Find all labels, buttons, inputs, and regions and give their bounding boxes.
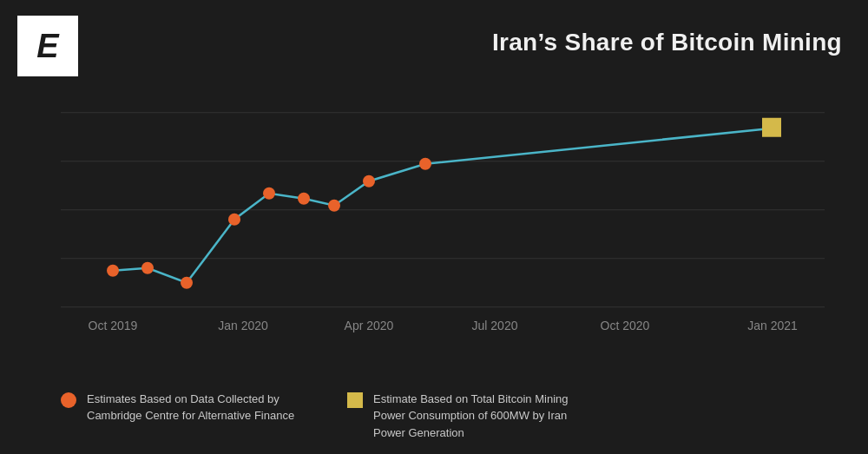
final-data-point	[762, 118, 781, 137]
legend-label-2: Estimate Based on Total Bitcoin Mining P…	[373, 391, 582, 442]
data-point	[419, 158, 431, 170]
chart-area: 5% 4% 3% 2% 1% Oct 2019 Jan 2020 Apr 202…	[0, 85, 868, 384]
data-point	[181, 277, 193, 289]
legend-item-1: Estimates Based on Data Collected by Cam…	[61, 391, 295, 424]
data-point	[141, 262, 154, 274]
svg-text:Apr 2020: Apr 2020	[345, 319, 394, 332]
logo-letter: E	[36, 30, 58, 63]
main-container: E Iran’s Share of Bitcoin Mining 5% 4% 3…	[0, 0, 868, 454]
svg-text:Jul 2020: Jul 2020	[472, 319, 518, 332]
logo-box: E	[17, 16, 78, 76]
header: E Iran’s Share of Bitcoin Mining	[0, 0, 868, 85]
data-point	[263, 188, 275, 200]
legend-label-1: Estimates Based on Data Collected by Cam…	[87, 391, 295, 424]
svg-text:Jan 2020: Jan 2020	[218, 319, 268, 332]
legend: Estimates Based on Data Collected by Cam…	[0, 384, 868, 455]
data-point	[228, 214, 240, 226]
legend-dot-1	[61, 392, 76, 408]
legend-square-2	[347, 392, 363, 408]
svg-text:Oct 2019: Oct 2019	[89, 319, 138, 332]
data-point	[298, 193, 310, 205]
legend-item-2: Estimate Based on Total Bitcoin Mining P…	[347, 391, 582, 442]
data-point	[107, 265, 119, 277]
data-point	[363, 175, 375, 188]
svg-text:Jan 2021: Jan 2021	[747, 319, 798, 332]
svg-text:Oct 2020: Oct 2020	[601, 319, 650, 332]
chart-svg: 5% 4% 3% 2% 1% Oct 2019 Jan 2020 Apr 202…	[61, 94, 825, 375]
chart-title: Iran’s Share of Bitcoin Mining	[95, 16, 842, 56]
data-point	[328, 200, 340, 212]
chart-line	[113, 128, 773, 283]
